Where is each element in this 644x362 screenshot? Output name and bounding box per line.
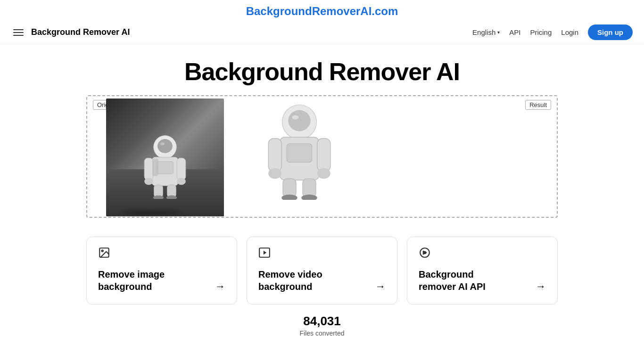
svg-rect-18 [287, 144, 312, 162]
svg-rect-6 [177, 158, 186, 180]
astronaut-original-svg [139, 133, 191, 199]
svg-rect-5 [144, 158, 153, 180]
brand-name: Background Remover AI [31, 27, 130, 37]
files-converted-number: 84,031 [0, 314, 644, 329]
svg-point-16 [292, 115, 299, 119]
svg-point-32 [424, 252, 426, 254]
cards-section: Remove imagebackground → Remove videobac… [63, 237, 581, 304]
language-selector[interactable]: English ▾ [472, 28, 500, 36]
svg-rect-4 [157, 161, 173, 173]
site-banner: BackgroundRemoverAI.com [0, 0, 644, 21]
svg-point-8 [177, 178, 186, 185]
result-image [252, 96, 347, 205]
svg-rect-13 [152, 158, 158, 176]
svg-rect-19 [268, 139, 281, 172]
navbar-left: Background Remover AI [11, 27, 130, 38]
result-label: Result [525, 100, 551, 110]
svg-point-2 [160, 142, 165, 145]
language-chevron: ▾ [497, 30, 500, 35]
signup-button[interactable]: Sign up [588, 25, 633, 40]
api-card[interactable]: Backgroundremover AI API → [407, 237, 558, 304]
svg-point-15 [288, 110, 311, 132]
banner-title: BackgroundRemoverAI.com [246, 5, 398, 17]
svg-point-7 [144, 178, 153, 185]
remove-image-card-content: Remove imagebackground → [98, 268, 225, 293]
svg-rect-9 [154, 185, 163, 197]
login-link[interactable]: Login [561, 28, 578, 36]
api-card-content: Backgroundremover AI API → [419, 268, 546, 293]
remove-video-arrow: → [375, 280, 386, 293]
hamburger-menu[interactable] [11, 27, 25, 38]
image-icon [98, 247, 225, 262]
page-title: Background Remover AI [0, 58, 644, 86]
svg-point-1 [157, 139, 173, 153]
original-image [106, 99, 224, 216]
remove-image-card[interactable]: Remove imagebackground → [86, 237, 237, 304]
api-card-title: Backgroundremover AI API [419, 268, 486, 293]
api-card-arrow: → [536, 280, 546, 293]
navbar: Background Remover AI English ▾ API Pric… [0, 21, 644, 44]
navbar-right: English ▾ API Pricing Login Sign up [472, 25, 633, 40]
svg-point-22 [317, 168, 330, 179]
svg-rect-24 [303, 179, 316, 197]
svg-point-28 [102, 250, 103, 252]
pricing-link[interactable]: Pricing [530, 28, 552, 36]
remove-image-arrow: → [215, 280, 225, 293]
svg-point-21 [268, 168, 281, 179]
stats-section: 84,031 Files converted [0, 314, 644, 337]
demo-area: Original Result [86, 95, 558, 218]
api-icon [419, 247, 546, 262]
astronaut-result-svg [262, 101, 337, 200]
svg-rect-20 [317, 139, 330, 172]
svg-marker-30 [264, 251, 267, 255]
svg-rect-23 [283, 179, 296, 197]
api-link[interactable]: API [509, 28, 520, 36]
files-converted-label: Files converted [0, 329, 644, 337]
remove-video-card[interactable]: Remove videobackground → [247, 237, 397, 304]
remove-image-title: Remove imagebackground [98, 268, 165, 293]
remove-video-card-content: Remove videobackground → [258, 268, 386, 293]
language-label: English [472, 28, 495, 36]
video-icon [258, 247, 386, 262]
remove-video-title: Remove videobackground [258, 268, 322, 293]
svg-rect-10 [167, 185, 176, 197]
